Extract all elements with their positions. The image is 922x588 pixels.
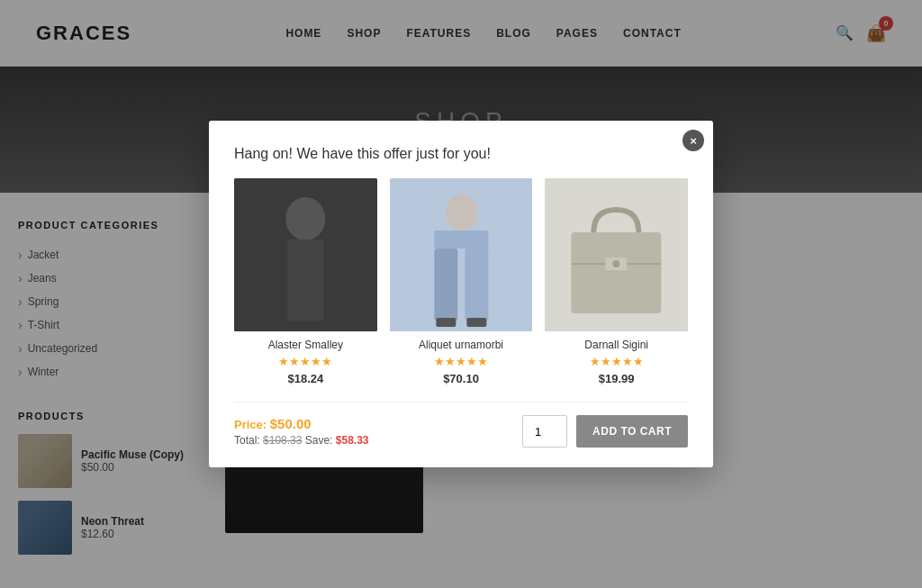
modal: × Hang on! We have this offer just for y… — [209, 121, 713, 467]
price-label: Price: — [234, 418, 267, 431]
modal-product-price-3: $19.99 — [545, 372, 688, 385]
modal-product-img-3 — [545, 178, 688, 331]
modal-product-2: Aliquet urnamorbi ★★★★★ $70.10 — [390, 178, 533, 385]
modal-product-price-1: $18.24 — [234, 372, 377, 385]
modal-product-price-2: $70.10 — [390, 372, 533, 385]
total-original: $108.33 — [263, 434, 302, 447]
modal-product-3: Darnall Sigini ★★★★★ $19.99 — [545, 178, 688, 385]
svg-rect-10 — [436, 318, 456, 327]
modal-product-stars-1: ★★★★★ — [234, 355, 377, 368]
modal-product-stars-3: ★★★★★ — [545, 355, 688, 368]
modal-product-img-2 — [390, 178, 533, 331]
price-line: Price: $50.00 — [234, 416, 369, 431]
svg-rect-8 — [434, 249, 457, 321]
svg-rect-3 — [267, 240, 287, 321]
modal-title: Hang on! We have this offer just for you… — [234, 146, 688, 162]
save-value: $58.33 — [336, 434, 369, 447]
svg-rect-7 — [434, 231, 488, 249]
price-value: $50.00 — [270, 416, 312, 431]
modal-close-button[interactable]: × — [682, 130, 704, 151]
modal-product-name-3: Darnall Sigini — [545, 339, 688, 351]
svg-rect-13 — [572, 232, 662, 313]
svg-point-1 — [285, 197, 325, 240]
modal-product-stars-2: ★★★★★ — [390, 355, 533, 368]
svg-point-16 — [613, 260, 620, 267]
modal-product-name-1: Alaster Smalley — [234, 339, 377, 351]
svg-rect-4 — [323, 240, 343, 321]
save-label: Save: — [305, 434, 333, 447]
quantity-input[interactable] — [522, 415, 567, 448]
modal-footer: Price: $50.00 Total: $108.33 Save: $58.3… — [234, 402, 688, 448]
modal-product-1: Alaster Smalley ★★★★★ $18.24 — [234, 178, 377, 385]
modal-product-img-1 — [234, 178, 377, 331]
total-label: Total: — [234, 434, 260, 447]
modal-cart-section: Add to cart — [522, 415, 688, 448]
svg-rect-9 — [465, 249, 488, 321]
modal-products: Alaster Smalley ★★★★★ $18.24 A — [234, 178, 688, 385]
add-to-cart-button[interactable]: Add to cart — [576, 415, 688, 448]
svg-rect-11 — [466, 318, 486, 327]
modal-product-name-2: Aliquet urnamorbi — [390, 339, 533, 351]
total-line: Total: $108.33 Save: $58.33 — [234, 434, 369, 447]
modal-price-info: Price: $50.00 Total: $108.33 Save: $58.3… — [234, 416, 369, 447]
svg-point-6 — [445, 194, 477, 231]
modal-overlay[interactable]: × Hang on! We have this offer just for y… — [0, 0, 922, 588]
